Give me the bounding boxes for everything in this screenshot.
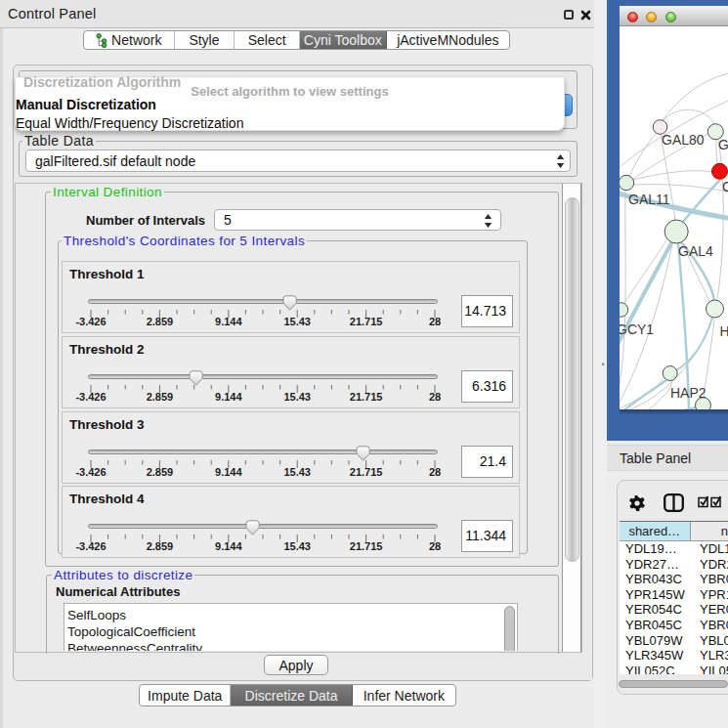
svg-text:GCY1: GCY1 (620, 321, 654, 337)
svg-text:G: G (718, 137, 728, 152)
svg-text:GAL11: GAL11 (628, 192, 670, 207)
svg-text:GAL4: GAL4 (678, 243, 713, 259)
svg-text:GAL80: GAL80 (662, 132, 705, 148)
svg-text:C: C (722, 179, 728, 194)
svg-text:HAP2: HAP2 (670, 385, 707, 401)
svg-text:H: H (720, 323, 728, 339)
